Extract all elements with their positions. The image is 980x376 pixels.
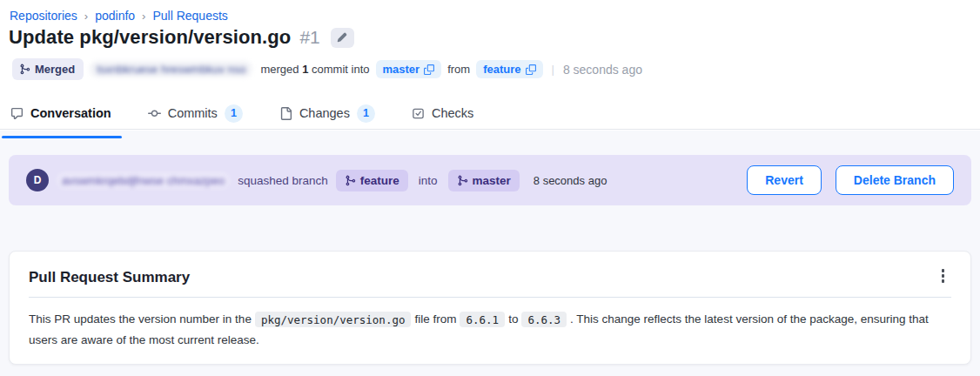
pr-number: #1: [299, 27, 319, 48]
status-badge-label: Merged: [35, 63, 75, 76]
tab-commits-count-badge: 1: [225, 104, 243, 123]
page-title: Update pkg/version/version.go: [9, 26, 291, 49]
tab-commits[interactable]: Commits 1: [148, 97, 243, 130]
check-square-icon: [412, 107, 425, 120]
tab-commits-label: Commits: [168, 106, 218, 120]
card-divider: [29, 297, 951, 298]
source-branch-label: feature: [483, 63, 520, 76]
target-branch-chip[interactable]: master: [376, 60, 442, 78]
pr-summary-body: This PR updates the version number in th…: [29, 309, 951, 351]
title-row: Update pkg/version/version.go #1: [9, 26, 354, 49]
copy-icon[interactable]: [424, 64, 434, 75]
merge-action-post: commit into: [312, 63, 369, 76]
redacted-username: avswmkrqebdjfnwse chmxazpeo: [57, 172, 230, 189]
merge-event-banner: D avswmkrqebdjfnwse chmxazpeo squashed b…: [9, 155, 971, 205]
from-label: from: [447, 63, 470, 76]
avatar[interactable]: D: [26, 169, 49, 191]
summary-text: file from: [414, 312, 456, 326]
status-badge: Merged: [12, 58, 84, 80]
tab-checks-label: Checks: [432, 106, 473, 120]
code-span-new-version: 6.6.3: [521, 312, 567, 327]
tab-conversation-label: Conversation: [30, 106, 111, 120]
redacted-username: tsxnbkruese hreswmbkuv nso: [90, 61, 252, 77]
edit-title-button[interactable]: [331, 28, 354, 48]
card-title: Pull Request Summary: [29, 269, 190, 286]
file-icon: [279, 107, 292, 120]
breadcrumb-separator-icon: ›: [142, 10, 145, 23]
summary-text: This PR updates the version number in th…: [29, 312, 252, 326]
commit-count: 1: [302, 63, 308, 76]
pr-timestamp: 8 seconds ago: [563, 63, 642, 77]
copy-icon[interactable]: [526, 64, 536, 75]
pencil-icon: [337, 32, 347, 43]
revert-button[interactable]: Revert: [747, 165, 822, 195]
card-header: Pull Request Summary: [29, 269, 951, 286]
pull-request-page: Repositories › podinfo › Pull Requests U…: [0, 0, 980, 376]
comment-icon: [10, 107, 23, 120]
git-commit-icon: [148, 107, 161, 120]
banner-action-text: squashed branch: [238, 174, 328, 187]
into-label: into: [419, 174, 438, 187]
target-branch-badge[interactable]: master: [448, 170, 520, 191]
source-branch-chip[interactable]: feature: [476, 60, 542, 78]
target-branch-label: master: [383, 63, 420, 76]
banner-actions: Revert Delete Branch: [747, 165, 954, 195]
breadcrumb-pull-requests[interactable]: Pull Requests: [152, 9, 227, 23]
source-branch-badge-label: feature: [360, 174, 399, 187]
delete-branch-button[interactable]: Delete Branch: [836, 165, 954, 195]
code-span-old-version: 6.6.1: [460, 312, 505, 327]
tab-changes[interactable]: Changes 1: [279, 97, 375, 130]
summary-text: to: [508, 312, 518, 326]
target-branch-badge-label: master: [473, 174, 511, 187]
tab-changes-count-badge: 1: [357, 104, 375, 123]
breadcrumb: Repositories › podinfo › Pull Requests: [10, 9, 228, 23]
pr-meta-row: Merged tsxnbkruese hreswmbkuv nso merged…: [12, 58, 642, 80]
meta-divider: |: [552, 63, 554, 76]
source-branch-badge[interactable]: feature: [336, 170, 408, 191]
tab-checks[interactable]: Checks: [412, 97, 473, 130]
merge-action-pre: merged: [260, 63, 299, 76]
tab-changes-label: Changes: [299, 106, 350, 120]
git-merge-icon: [345, 175, 356, 186]
pr-summary-card: Pull Request Summary This PR updates the…: [9, 251, 971, 365]
tab-conversation[interactable]: Conversation: [10, 97, 111, 130]
kebab-menu-icon[interactable]: [936, 265, 950, 286]
merge-action-text: merged 1 commit into: [260, 63, 369, 76]
breadcrumb-podinfo[interactable]: podinfo: [95, 9, 135, 23]
breadcrumb-repositories[interactable]: Repositories: [10, 9, 77, 23]
git-merge-icon: [457, 175, 468, 186]
breadcrumb-separator-icon: ›: [84, 10, 88, 23]
code-span-filename: pkg/version/version.go: [255, 312, 412, 327]
tab-bar: Conversation Commits 1 Changes 1 Checks: [10, 97, 473, 130]
banner-timestamp: 8 seconds ago: [534, 174, 607, 187]
git-merge-icon: [19, 64, 30, 75]
